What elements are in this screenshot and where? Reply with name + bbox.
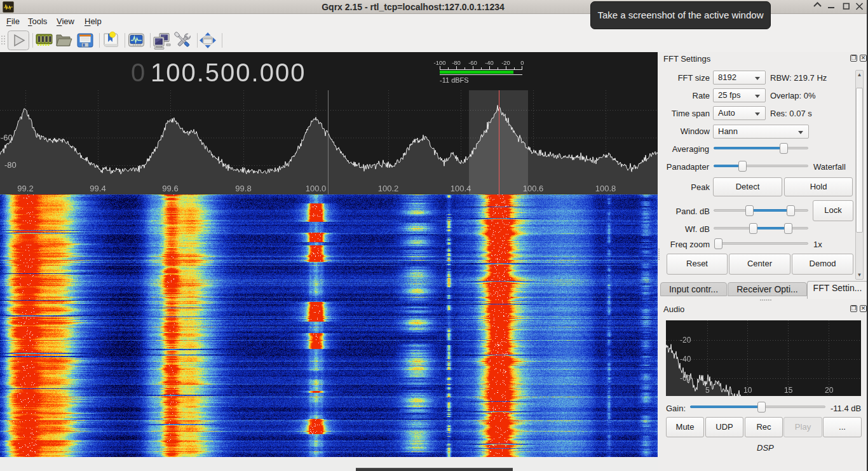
svg-text:0: 0: [520, 59, 524, 66]
svg-text:-60: -60: [468, 59, 477, 66]
svg-text:-20: -20: [501, 59, 510, 66]
svg-text:-80: -80: [452, 59, 461, 66]
svg-text:-11 dBFS: -11 dBFS: [440, 76, 469, 84]
svg-text:-100: -100: [433, 59, 445, 66]
svg-text:-40: -40: [485, 59, 494, 66]
